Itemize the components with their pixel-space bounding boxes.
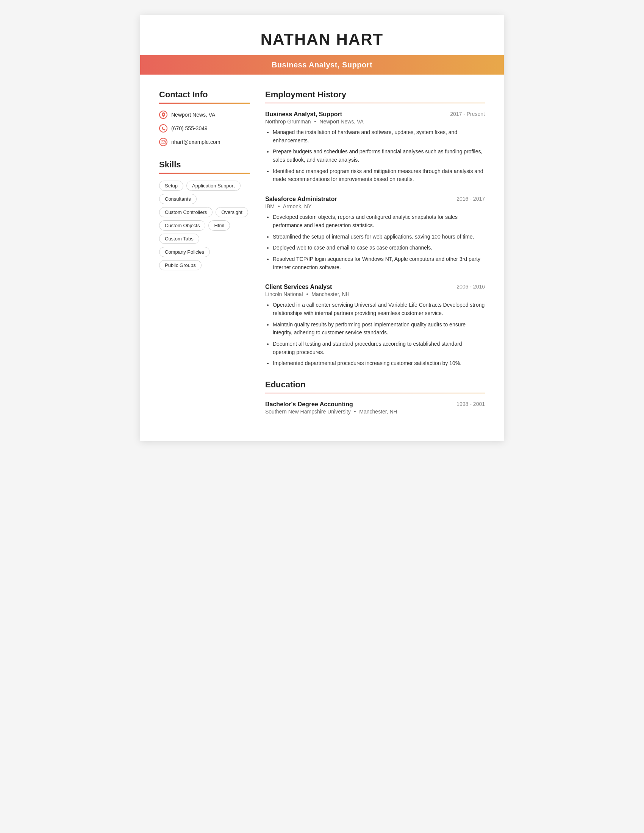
skill-tag: Setup	[159, 181, 184, 191]
entry-header: Business Analyst, Support2017 - Present	[265, 111, 485, 118]
bullet-item: Identified and managed program risks and…	[273, 167, 485, 183]
skill-tag: Oversight	[216, 207, 248, 217]
right-column: Employment History Business Analyst, Sup…	[265, 90, 485, 418]
entry-dates: 2006 - 2016	[456, 284, 485, 289]
bullet-item: Document all testing and standard proced…	[273, 340, 485, 356]
employment-entry: Business Analyst, Support2017 - PresentN…	[265, 111, 485, 183]
entry-company: IBM • Armonk, NY	[265, 203, 485, 209]
skills-heading: Skills	[159, 160, 250, 170]
contact-email: nhart@example.com	[159, 138, 250, 146]
employment-divider	[265, 103, 485, 103]
skill-tag: Public Groups	[159, 260, 201, 270]
skill-tag: Custom Controllers	[159, 207, 213, 217]
entry-header: Client Services Analyst2006 - 2016	[265, 284, 485, 290]
contact-phone: (670) 555-3049	[159, 124, 250, 132]
left-column: Contact Info Newport News, VA	[159, 90, 250, 418]
edu-entry-header: Bachelor's Degree Accounting1998 - 2001	[265, 401, 485, 408]
education-entry: Bachelor's Degree Accounting1998 - 2001S…	[265, 401, 485, 415]
contact-location-text: Newport News, VA	[171, 112, 215, 118]
bullet-item: Streamlined the setup of internal users …	[273, 233, 485, 241]
bullet-item: Operated in a call center servicing Univ…	[273, 301, 485, 317]
entry-bullets: Developed custom objects, reports and co…	[265, 213, 485, 272]
education-heading: Education	[265, 380, 485, 390]
skill-tag: Company Policies	[159, 247, 210, 257]
bullet-item: Resolved TCP/IP login sequences for Wind…	[273, 255, 485, 272]
entry-bullets: Managed the installation of hardware and…	[265, 129, 485, 183]
employment-entry: Salesforce Administrator2016 - 2017IBM •…	[265, 196, 485, 272]
email-icon	[159, 138, 167, 146]
entry-company: Lincoln National • Manchester, NH	[265, 291, 485, 297]
entry-title: Business Analyst, Support	[265, 111, 342, 118]
entry-company: Northrop Grumman • Newport News, VA	[265, 119, 485, 125]
employment-entry: Client Services Analyst2006 - 2016Lincol…	[265, 284, 485, 368]
candidate-title: Business Analyst, Support	[272, 61, 372, 69]
resume-page: NATHAN HART Business Analyst, Support Co…	[140, 15, 504, 441]
contact-email-text: nhart@example.com	[171, 139, 220, 145]
bullet-item: Implemented departmental procedures incr…	[273, 359, 485, 368]
bullet-item: Maintain quality results by performing p…	[273, 321, 485, 337]
education-entries: Bachelor's Degree Accounting1998 - 2001S…	[265, 401, 485, 415]
header-name-section: NATHAN HART	[140, 15, 504, 55]
skill-tag: Consultants	[159, 194, 196, 204]
skill-tags-container: SetupApplication SupportConsultantsCusto…	[159, 181, 250, 270]
entry-title: Client Services Analyst	[265, 284, 332, 290]
skills-divider	[159, 173, 250, 174]
skill-tag: Html	[208, 220, 230, 231]
bullet-item: Developed custom objects, reports and co…	[273, 213, 485, 230]
entry-bullets: Operated in a call center servicing Univ…	[265, 301, 485, 368]
edu-dates: 1998 - 2001	[456, 401, 485, 407]
skill-tag: Custom Tabs	[159, 234, 199, 244]
bullet-item: Deployed web to case and email to case a…	[273, 244, 485, 252]
entry-header: Salesforce Administrator2016 - 2017	[265, 196, 485, 203]
skill-tag: Application Support	[187, 181, 241, 191]
contact-section: Contact Info Newport News, VA	[159, 90, 250, 146]
employment-entries: Business Analyst, Support2017 - PresentN…	[265, 111, 485, 368]
skill-tag: Custom Objects	[159, 220, 205, 231]
location-icon	[159, 111, 167, 119]
body-section: Contact Info Newport News, VA	[140, 75, 504, 418]
contact-phone-text: (670) 555-3049	[171, 125, 208, 131]
contact-heading: Contact Info	[159, 90, 250, 100]
entry-dates: 2016 - 2017	[456, 196, 485, 202]
employment-section: Employment History Business Analyst, Sup…	[265, 90, 485, 368]
phone-icon	[159, 124, 167, 132]
bullet-item: Managed the installation of hardware and…	[273, 129, 485, 145]
entry-title: Salesforce Administrator	[265, 196, 337, 203]
edu-degree: Bachelor's Degree Accounting	[265, 401, 353, 408]
contact-divider	[159, 103, 250, 104]
contact-location: Newport News, VA	[159, 111, 250, 119]
education-divider	[265, 392, 485, 393]
header-banner: Business Analyst, Support	[140, 55, 504, 75]
candidate-name: NATHAN HART	[140, 30, 504, 48]
education-section: Education Bachelor's Degree Accounting19…	[265, 380, 485, 415]
bullet-item: Prepare budgets and schedules and perfor…	[273, 148, 485, 164]
employment-heading: Employment History	[265, 90, 485, 100]
skills-section: Skills SetupApplication SupportConsultan…	[159, 160, 250, 270]
entry-dates: 2017 - Present	[450, 111, 485, 117]
edu-school: Southern New Hampshire University • Manc…	[265, 408, 485, 415]
